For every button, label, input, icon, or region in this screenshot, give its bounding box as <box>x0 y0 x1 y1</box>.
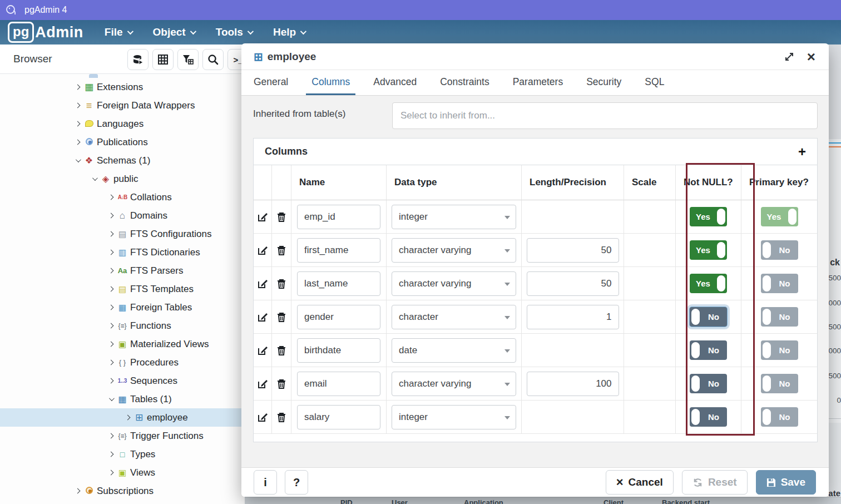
add-column-button[interactable]: + <box>798 145 806 159</box>
not-null-toggle[interactable]: No <box>690 374 727 393</box>
tree-item-materialized-views[interactable]: ▣ Materialized Views <box>0 335 245 353</box>
tab-sql[interactable]: SQL <box>639 70 670 95</box>
edit-row-button[interactable] <box>254 234 272 267</box>
close-icon[interactable]: × <box>807 50 815 64</box>
primary-key-toggle[interactable]: No <box>761 274 798 293</box>
column-name-input[interactable]: salary <box>297 405 380 429</box>
data-type-select[interactable]: character varying <box>392 238 516 263</box>
menu-object[interactable]: Object <box>153 26 195 38</box>
tree-item-functions[interactable]: {≡} Functions <box>0 317 245 335</box>
tree-item-foreign-data-wrappers[interactable]: ≡ Foreign Data Wrappers <box>0 96 245 115</box>
not-null-toggle[interactable]: Yes <box>690 274 727 293</box>
delete-row-button[interactable] <box>272 200 291 234</box>
delete-row-button[interactable] <box>272 334 291 367</box>
primary-key-toggle[interactable]: No <box>761 240 798 260</box>
chevron-right-icon[interactable] <box>106 360 116 364</box>
column-name-input[interactable]: first_name <box>297 238 380 263</box>
menu-help[interactable]: Help <box>273 26 305 38</box>
primary-key-toggle[interactable]: No <box>761 374 798 393</box>
view-data-button[interactable] <box>127 49 149 70</box>
chevron-right-icon[interactable] <box>106 379 116 383</box>
tree-item-languages[interactable]: Languages <box>0 115 245 133</box>
tree-item-views[interactable]: ▣ Views <box>0 463 245 482</box>
primary-key-toggle[interactable]: No <box>761 307 798 327</box>
tree-item-procedures[interactable]: { } Procedures <box>0 353 245 372</box>
tree-item-table-employee[interactable]: ⊞ employee <box>0 408 245 427</box>
chevron-down-icon[interactable] <box>89 177 99 181</box>
tree-item-types[interactable]: □ Types <box>0 445 245 463</box>
data-type-select[interactable]: integer <box>392 205 516 229</box>
tree-item-foreign-tables[interactable]: ▦ Foreign Tables <box>0 298 245 317</box>
chevron-right-icon[interactable] <box>122 416 132 419</box>
chevron-down-icon[interactable] <box>72 159 82 162</box>
search-button[interactable] <box>202 49 224 70</box>
edit-row-button[interactable] <box>254 401 272 434</box>
menu-file[interactable]: File <box>105 26 132 38</box>
delete-row-button[interactable] <box>272 401 291 434</box>
edit-row-button[interactable] <box>254 334 272 367</box>
delete-row-button[interactable] <box>272 267 291 300</box>
chevron-right-icon[interactable] <box>106 250 116 254</box>
tree-item-fts-dictionaries[interactable]: ▥ FTS Dictionaries <box>0 243 245 261</box>
tree-item-schema-public[interactable]: ◈ public <box>0 170 245 188</box>
not-null-toggle[interactable]: No <box>690 407 727 427</box>
delete-row-button[interactable] <box>272 367 291 401</box>
inherited-from-input[interactable] <box>392 102 818 129</box>
not-null-toggle[interactable]: No <box>690 307 727 327</box>
tree-item-trigger-functions[interactable]: {≡} Trigger Functions <box>0 427 245 445</box>
data-type-select[interactable]: date <box>392 338 516 363</box>
column-name-input[interactable]: last_name <box>297 271 380 296</box>
primary-key-toggle[interactable]: Yes <box>761 207 798 226</box>
tree-item-domains[interactable]: ⌂ Domains <box>0 206 245 225</box>
tree-item-fts-configurations[interactable]: ▤ FTS Configurations <box>0 225 245 243</box>
delete-row-button[interactable] <box>272 234 291 267</box>
tab-parameters[interactable]: Parameters <box>507 70 568 95</box>
chevron-down-icon[interactable] <box>106 397 116 401</box>
chevron-right-icon[interactable] <box>72 489 82 493</box>
length-input[interactable]: 1 <box>527 305 619 329</box>
tree-item-extensions[interactable]: ▦ Extensions <box>0 78 245 96</box>
menu-tools[interactable]: Tools <box>216 26 252 38</box>
chevron-right-icon[interactable] <box>106 452 116 456</box>
edit-row-button[interactable] <box>254 200 272 234</box>
tab-columns[interactable]: Columns <box>306 70 355 95</box>
column-name-input[interactable]: emp_id <box>297 205 380 229</box>
tree-item-fts-parsers[interactable]: Aa FTS Parsers <box>0 261 245 280</box>
query-tool-button[interactable] <box>152 49 174 70</box>
chevron-right-icon[interactable] <box>106 232 116 236</box>
tree-item-fts-templates[interactable]: ▤ FTS Templates <box>0 280 245 298</box>
chevron-right-icon[interactable] <box>106 471 116 475</box>
length-input[interactable]: 50 <box>527 238 619 263</box>
data-type-select[interactable]: integer <box>392 405 516 429</box>
column-name-input[interactable]: gender <box>297 305 380 329</box>
chevron-right-icon[interactable] <box>106 287 116 291</box>
tree-item-schemas[interactable]: ❖ Schemas (1) <box>0 151 245 170</box>
chevron-right-icon[interactable] <box>72 103 82 107</box>
tree-item-publications[interactable]: Publications <box>0 133 245 151</box>
column-name-input[interactable]: birthdate <box>297 338 380 363</box>
edit-row-button[interactable] <box>254 367 272 401</box>
tree-item-subscriptions[interactable]: Subscriptions <box>0 482 245 500</box>
cancel-button[interactable]: × Cancel <box>606 470 674 495</box>
tab-security[interactable]: Security <box>581 70 627 95</box>
tab-general[interactable]: General <box>248 70 294 95</box>
column-name-input[interactable]: email <box>297 372 380 396</box>
edit-row-button[interactable] <box>254 267 272 300</box>
not-null-toggle[interactable]: Yes <box>690 207 727 226</box>
help-button[interactable]: ? <box>285 470 308 495</box>
length-input[interactable]: 50 <box>527 271 619 296</box>
data-type-select[interactable]: character varying <box>392 271 516 296</box>
chevron-right-icon[interactable] <box>106 305 116 309</box>
chevron-right-icon[interactable] <box>72 122 82 126</box>
chevron-right-icon[interactable] <box>106 342 116 346</box>
tree-item-sequences[interactable]: 1..3 Sequences <box>0 372 245 390</box>
chevron-right-icon[interactable] <box>106 214 116 218</box>
reset-button[interactable]: Reset <box>682 470 748 495</box>
not-null-toggle[interactable]: Yes <box>690 240 727 260</box>
primary-key-toggle[interactable]: No <box>761 340 798 360</box>
sql-info-button[interactable]: i <box>254 470 277 495</box>
data-type-select[interactable]: character <box>392 305 516 329</box>
data-type-select[interactable]: character varying <box>392 372 516 396</box>
tree-item-collations[interactable]: A↓B Collations <box>0 188 245 206</box>
tab-advanced[interactable]: Advanced <box>368 70 422 95</box>
